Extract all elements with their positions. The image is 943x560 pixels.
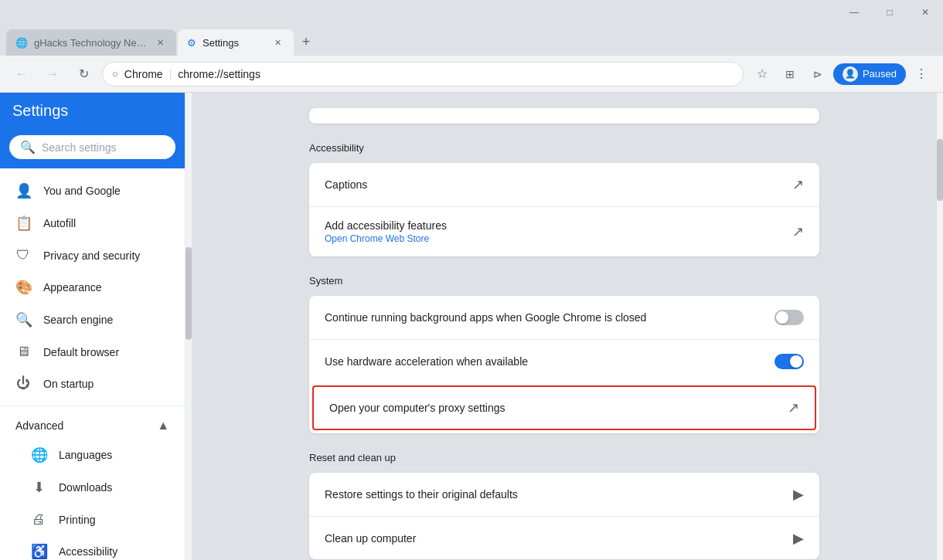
new-tab-button[interactable]: + <box>295 31 317 53</box>
accessibility-icon: ♿ <box>31 543 46 560</box>
sidebar-scrollbar-thumb[interactable] <box>186 247 192 340</box>
extensions-icon[interactable]: ⊞ <box>778 62 802 87</box>
restore-settings-item[interactable]: Restore settings to their original defau… <box>309 473 819 516</box>
clean-up-text: Clean up computer <box>325 532 416 545</box>
tab-label-settings: Settings <box>203 37 265 49</box>
tab-settings[interactable]: ⚙ Settings ✕ <box>178 29 294 56</box>
nav-divider <box>0 406 185 406</box>
captions-external-icon[interactable]: ↗ <box>792 176 804 193</box>
proxy-external-icon[interactable]: ↗ <box>788 399 799 416</box>
hardware-acceleration-text: Use hardware acceleration when available <box>325 355 528 368</box>
forward-button[interactable]: → <box>40 62 65 87</box>
system-card: Continue running background apps when Go… <box>309 296 819 433</box>
background-apps-toggle[interactable] <box>774 310 804 325</box>
tab-ghacks[interactable]: 🌐 gHacks Technology News ✕ <box>6 29 176 56</box>
sidebar-label-accessibility: Accessibility <box>59 545 117 558</box>
accessibility-card: Captions ↗ Add accessibility features Op… <box>309 163 819 256</box>
sidebar-item-search-engine[interactable]: 🔍 Search engine <box>0 304 172 336</box>
restore-arrow-icon: ▶ <box>793 486 804 503</box>
hardware-acceleration-toggle[interactable] <box>774 354 804 369</box>
content-scrollbar-track[interactable] <box>937 93 943 560</box>
add-accessibility-external-icon[interactable]: ↗ <box>792 223 804 240</box>
on-startup-icon: ⏻ <box>15 375 31 392</box>
add-accessibility-item[interactable]: Add accessibility features Open Chrome W… <box>309 206 819 256</box>
back-button[interactable]: ← <box>9 62 34 87</box>
hardware-acceleration-label: Use hardware acceleration when available <box>325 355 528 368</box>
search-bar[interactable]: 🔍 Search settings <box>9 135 175 159</box>
sidebar-item-you-and-google[interactable]: 👤 You and Google <box>0 175 172 207</box>
sidebar-item-appearance[interactable]: 🎨 Appearance <box>0 271 172 304</box>
toggle-thumb-bg <box>776 311 788 324</box>
downloads-icon: ⬇ <box>31 479 46 496</box>
clean-up-item[interactable]: Clean up computer ▶ <box>309 516 819 559</box>
background-apps-item[interactable]: Continue running background apps when Go… <box>309 296 819 339</box>
profile-button[interactable]: 👤 Paused <box>833 63 906 85</box>
tab-close-settings[interactable]: ✕ <box>271 36 284 49</box>
sidebar-scrollbar-track[interactable] <box>186 93 192 560</box>
background-apps-label: Continue running background apps when Go… <box>325 311 646 324</box>
sidebar-label-on-startup: On startup <box>43 378 94 390</box>
content-inner: Accessibility Captions ↗ Add accessibili… <box>278 93 850 560</box>
tab-bar: 🌐 gHacks Technology News ✕ ⚙ Settings ✕ … <box>0 25 943 56</box>
appearance-icon: 🎨 <box>15 279 31 296</box>
minimize-button[interactable]: — <box>836 0 872 25</box>
sidebar-item-autofill[interactable]: 📋 Autofill <box>0 207 172 239</box>
content-scrollbar-thumb[interactable] <box>937 139 943 201</box>
sidebar-label-default-browser: Default browser <box>43 346 119 358</box>
sidebar-item-downloads[interactable]: ⬇ Downloads <box>0 471 172 504</box>
url-path: chrome://settings <box>178 68 260 80</box>
address-bar[interactable]: ○ Chrome | chrome://settings <box>102 62 744 87</box>
hardware-acceleration-item[interactable]: Use hardware acceleration when available <box>309 339 819 382</box>
add-accessibility-sublabel: Open Chrome Web Store <box>325 233 447 244</box>
tab-favicon-ghacks: 🌐 <box>15 37 28 49</box>
sidebar-item-languages[interactable]: 🌐 Languages <box>0 439 172 471</box>
reload-button[interactable]: ↻ <box>71 62 96 87</box>
restore-settings-label: Restore settings to their original defau… <box>325 488 518 501</box>
tab-favicon-settings: ⚙ <box>187 37 196 49</box>
menu-icon[interactable]: ⋮ <box>909 62 934 87</box>
sidebar-label-appearance: Appearance <box>43 281 102 294</box>
advanced-section-header[interactable]: Advanced ▲ <box>0 412 185 439</box>
sidebar-label-autofill: Autofill <box>43 217 76 229</box>
partial-card-top <box>309 108 819 124</box>
cast-icon[interactable]: ⊳ <box>805 62 830 87</box>
captions-label: Captions <box>325 178 367 191</box>
tab-close-ghacks[interactable]: ✕ <box>154 36 167 49</box>
clean-up-arrow-icon: ▶ <box>793 530 804 547</box>
background-apps-text: Continue running background apps when Go… <box>325 311 646 324</box>
window-title-bar: — □ ✕ <box>0 0 943 25</box>
url-domain: Chrome <box>124 68 163 80</box>
sidebar-label-languages: Languages <box>59 449 112 461</box>
autofill-icon: 📋 <box>15 215 31 232</box>
default-browser-icon: 🖥 <box>15 344 31 360</box>
captions-item[interactable]: Captions ↗ <box>309 163 819 206</box>
url-separator: | <box>169 68 172 80</box>
sidebar-item-default-browser[interactable]: 🖥 Default browser <box>0 336 172 368</box>
clean-up-label: Clean up computer <box>325 532 416 545</box>
advanced-label: Advanced <box>15 419 63 432</box>
maximize-button[interactable]: □ <box>872 0 907 25</box>
app-body: Settings 🔍 Search settings 👤 You and Goo… <box>0 93 943 560</box>
sidebar-nav: 👤 You and Google 📋 Autofill 🛡 Privacy an… <box>0 168 185 560</box>
person-icon: 👤 <box>15 182 31 199</box>
sidebar-item-printing[interactable]: 🖨 Printing <box>0 504 172 535</box>
restore-settings-text: Restore settings to their original defau… <box>325 488 518 501</box>
sidebar-item-on-startup[interactable]: ⏻ On startup <box>0 368 172 399</box>
close-button[interactable]: ✕ <box>907 0 943 25</box>
proxy-settings-item[interactable]: Open your computer's proxy settings ↗ <box>312 385 816 430</box>
sidebar-item-privacy[interactable]: 🛡 Privacy and security <box>0 239 172 271</box>
chevron-up-icon: ▲ <box>157 419 169 433</box>
sidebar-label-you-and-google: You and Google <box>43 185 121 197</box>
toolbar-right: ☆ ⊞ ⊳ 👤 Paused ⋮ <box>750 62 934 87</box>
window-controls: — □ ✕ <box>836 0 943 25</box>
bookmark-icon[interactable]: ☆ <box>750 62 774 87</box>
add-accessibility-label: Add accessibility features <box>325 219 447 232</box>
url-security-icon: ○ <box>112 68 118 80</box>
browser-toolbar: ← → ↻ ○ Chrome | chrome://settings ☆ ⊞ ⊳… <box>0 56 943 93</box>
search-placeholder: Search settings <box>42 141 117 154</box>
content-area[interactable]: Accessibility Captions ↗ Add accessibili… <box>192 93 937 560</box>
sidebar-item-accessibility[interactable]: ♿ Accessibility <box>0 535 172 560</box>
captions-text: Captions <box>325 178 367 191</box>
sidebar-label-printing: Printing <box>59 514 95 526</box>
toggle-thumb-hw <box>790 355 802 368</box>
